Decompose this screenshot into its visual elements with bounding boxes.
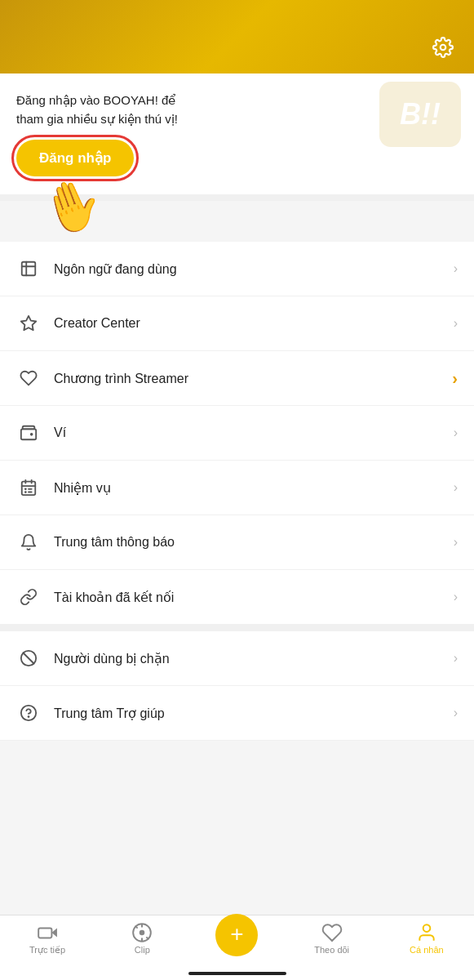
- streamer-chevron: ›: [452, 369, 458, 388]
- login-promo-text: Đăng nhập vào BOOYAH! để tham gia nhiều …: [16, 91, 179, 128]
- svg-rect-17: [38, 929, 51, 938]
- mission-chevron: ›: [454, 480, 458, 495]
- creator-chevron: ›: [454, 316, 458, 331]
- svg-rect-1: [22, 262, 36, 276]
- clip-label: Clip: [135, 945, 150, 955]
- streamer-icon: [16, 366, 41, 390]
- blocked-label: Người dùng bị chặn: [54, 651, 454, 666]
- menu-item-notification[interactable]: Trung tâm thông báo ›: [0, 515, 474, 570]
- header: [0, 0, 474, 74]
- clip-icon: [131, 922, 153, 943]
- settings-button[interactable]: [428, 33, 458, 62]
- menu-item-mission[interactable]: Nhiệm vụ ›: [0, 461, 474, 515]
- streamer-label: Chương trình Streamer: [54, 371, 452, 386]
- follow-label: Theo dõi: [314, 945, 349, 955]
- svg-point-25: [423, 924, 431, 932]
- menu-list-main: Ngôn ngữ đang dùng › Creator Center › Ch…: [0, 242, 474, 625]
- menu-list-secondary: Người dùng bị chặn › Trung tâm Trợ giúp …: [0, 631, 474, 741]
- mission-label: Nhiệm vụ: [54, 480, 454, 496]
- svg-rect-3: [21, 429, 36, 439]
- profile-icon: [416, 922, 437, 943]
- live-icon: [37, 922, 58, 943]
- blocked-chevron: ›: [454, 651, 458, 666]
- live-label: Trực tiếp: [29, 945, 65, 956]
- follow-icon: [321, 922, 343, 943]
- booyah-logo: B!: [400, 97, 431, 131]
- connected-icon: [16, 585, 41, 609]
- svg-marker-2: [21, 316, 36, 330]
- wallet-icon: [16, 421, 41, 445]
- menu-item-streamer[interactable]: Chương trình Streamer ›: [0, 351, 474, 406]
- mission-icon: [16, 475, 41, 500]
- profile-label: Cá nhân: [410, 945, 444, 955]
- connected-label: Tài khoản đã kết nối: [54, 590, 454, 605]
- notification-icon: [16, 530, 41, 555]
- menu-item-blocked[interactable]: Người dùng bị chặn ›: [0, 631, 474, 686]
- nav-item-profile[interactable]: Cá nhân: [402, 922, 451, 955]
- hand-cursor-icon: 🤚: [33, 168, 110, 243]
- nav-item-clip[interactable]: Clip: [117, 922, 166, 955]
- notification-chevron: ›: [454, 535, 458, 550]
- menu-item-creator[interactable]: Creator Center ›: [0, 296, 474, 351]
- menu-item-help[interactable]: Trung tâm Trợ giúp ›: [0, 686, 474, 741]
- blocked-icon: [16, 646, 41, 670]
- login-section: B!! Đăng nhập vào BOOYAH! để tham gia nh…: [0, 74, 474, 201]
- nav-item-live[interactable]: Trực tiếp: [23, 922, 72, 956]
- menu-item-wallet[interactable]: Ví ›: [0, 406, 474, 461]
- help-label: Trung tâm Trợ giúp: [54, 706, 454, 721]
- svg-point-0: [441, 45, 446, 51]
- language-chevron: ›: [454, 261, 458, 276]
- bottom-navigation: Trực tiếp Clip + Theo dõi C: [0, 915, 474, 980]
- login-button[interactable]: Đăng nhập: [16, 140, 134, 176]
- menu-divider: [0, 625, 474, 631]
- wallet-label: Ví: [54, 425, 454, 440]
- menu-item-language[interactable]: Ngôn ngữ đang dùng ›: [0, 242, 474, 296]
- nav-item-add[interactable]: +: [212, 922, 261, 956]
- language-label: Ngôn ngữ đang dùng: [54, 261, 454, 277]
- add-button[interactable]: +: [215, 914, 258, 956]
- svg-point-4: [31, 434, 33, 435]
- menu-item-connected[interactable]: Tài khoản đã kết nối ›: [0, 570, 474, 625]
- help-chevron: ›: [454, 706, 458, 720]
- creator-label: Creator Center: [54, 316, 454, 331]
- creator-icon: [16, 311, 41, 336]
- svg-line-14: [24, 653, 34, 664]
- notification-label: Trung tâm thông báo: [54, 535, 454, 550]
- home-indicator: [188, 972, 286, 975]
- nav-item-follow[interactable]: Theo dõi: [308, 922, 357, 955]
- wallet-chevron: ›: [454, 425, 458, 440]
- svg-point-20: [140, 930, 145, 936]
- language-icon: [16, 256, 41, 281]
- connected-chevron: ›: [454, 590, 458, 604]
- help-icon: [16, 701, 41, 725]
